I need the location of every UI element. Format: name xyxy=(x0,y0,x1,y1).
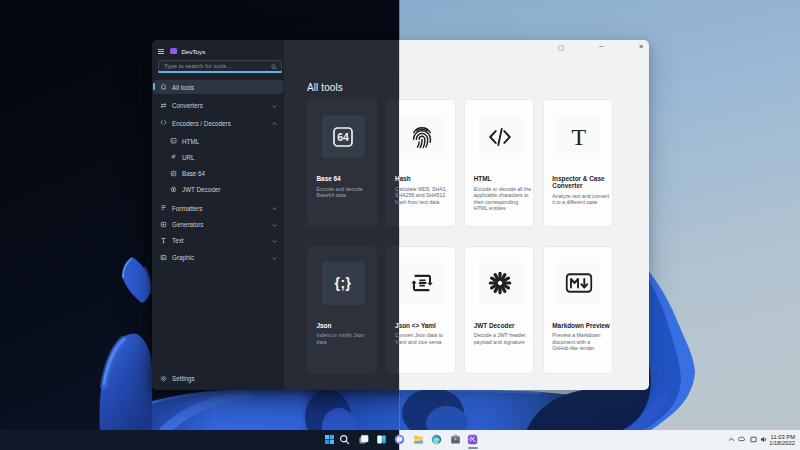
svg-text:64: 64 xyxy=(337,131,349,143)
